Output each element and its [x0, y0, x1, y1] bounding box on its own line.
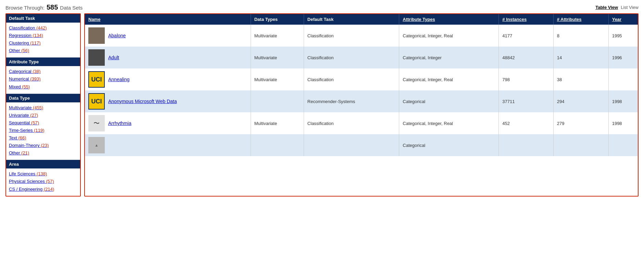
cell-attribute_types: Categorical [399, 90, 499, 112]
datasets-table: NameData TypesDefault TaskAttribute Type… [85, 14, 638, 156]
dataset-name-cell: 〜Arrhythmia [85, 112, 251, 134]
sidebar-item[interactable]: Clustering (117) [9, 39, 77, 47]
dataset-name-cell: Adult [85, 47, 251, 68]
cell-year: 1998 [608, 90, 638, 112]
cell-default_task: Classification [304, 68, 399, 90]
cell-year [608, 134, 638, 156]
dataset-count: 585 [47, 3, 58, 11]
table-row: UCIAnnealingMultivariateClassificationCa… [85, 68, 638, 90]
cell-num_attributes: 38 [553, 68, 608, 90]
sidebar-count: (21) [21, 150, 29, 155]
cell-num_instances: 452 [499, 112, 553, 134]
dataset-link[interactable]: Annealing [108, 77, 129, 82]
cell-data_types: Multivariate [251, 68, 304, 90]
sidebar-count: (214) [44, 187, 54, 192]
cell-data_types: Multivariate [251, 47, 304, 68]
cell-num_attributes: 14 [553, 47, 608, 68]
browse-label: Browse Through: [5, 5, 45, 11]
sidebar-count: (27) [30, 113, 38, 118]
col-link-num_instances[interactable]: # Instances [502, 17, 527, 22]
cell-num_instances: 798 [499, 68, 553, 90]
view-toggle: Table View List View [595, 5, 639, 10]
col-link-year[interactable]: Year [612, 17, 621, 22]
main-layout: Default TaskClassification (442)Regressi… [0, 13, 644, 197]
dataset-link[interactable]: Arrhythmia [108, 121, 131, 126]
sidebar-count: (442) [36, 25, 47, 30]
sidebar-item[interactable]: Other (21) [9, 149, 77, 157]
sidebar-section-header: Data Type [6, 94, 80, 102]
sidebar-item[interactable]: Life Sciences (138) [9, 170, 77, 178]
sidebar-item[interactable]: Physical Sciences (57) [9, 178, 77, 185]
table-row: 〜ArrhythmiaMultivariateClassificationCat… [85, 112, 638, 134]
uci-badge: UCI [88, 71, 105, 88]
sidebar-count: (393) [30, 76, 40, 81]
col-header-num_instances[interactable]: # Instances [499, 14, 553, 25]
sidebar-section-body: Categorical (38)Numerical (393)Mixed (55… [6, 66, 80, 93]
sidebar-item[interactable]: Classification (442) [9, 24, 77, 32]
sidebar-item[interactable]: Text (66) [9, 134, 77, 142]
dataset-thumbnail: ▲ [88, 137, 105, 153]
sidebar-section-body: Multivariate (455)Univariate (27)Sequent… [6, 102, 80, 160]
col-header-num_attributes[interactable]: # Attributes [553, 14, 608, 25]
col-header-name[interactable]: Name [85, 14, 251, 25]
dataset-name-cell: UCIAnonymous Microsoft Web Data [85, 90, 251, 112]
sidebar-count: (134) [33, 33, 43, 38]
cell-num_attributes: 8 [553, 25, 608, 47]
cell-year: 1995 [608, 25, 638, 47]
sidebar-item[interactable]: Time-Series (119) [9, 127, 77, 134]
sidebar-item[interactable]: Numerical (393) [9, 75, 77, 83]
sidebar-count: (66) [18, 135, 26, 140]
cell-data_types [251, 90, 304, 112]
cell-data_types [251, 134, 304, 156]
cell-num_instances: 37711 [499, 90, 553, 112]
dataset-link[interactable]: Abalone [108, 33, 126, 38]
cell-year [608, 68, 638, 90]
dataset-thumbnail [88, 49, 105, 66]
col-header-data_types: Data Types [251, 14, 304, 25]
cell-attribute_types: Categorical, Integer, Real [399, 112, 499, 134]
cell-num_attributes [553, 134, 608, 156]
sidebar-item[interactable]: Domain-Theory (23) [9, 142, 77, 149]
table-row: ▲Categorical [85, 134, 638, 156]
sidebar-count: (455) [33, 105, 43, 110]
table-area: NameData TypesDefault TaskAttribute Type… [84, 13, 639, 197]
cell-attribute_types: Categorical, Integer [399, 47, 499, 68]
dataset-link[interactable]: Anonymous Microsoft Web Data [108, 99, 177, 104]
table-view-link[interactable]: Table View [595, 5, 618, 10]
table-row: AbaloneMultivariateClassificationCategor… [85, 25, 638, 47]
sidebar-item[interactable]: Multivariate (455) [9, 104, 77, 112]
browse-header: Browse Through: 585 Data Sets [5, 3, 83, 11]
sidebar-item[interactable]: Other (56) [9, 47, 77, 54]
sidebar-item[interactable]: Categorical (38) [9, 68, 77, 75]
sidebar-section-header: Default Task [6, 14, 80, 23]
sidebar-section-header: Area [6, 160, 80, 168]
dataset-thumbnail: 〜 [88, 115, 105, 131]
dataset-name-cell: UCIAnnealing [85, 68, 251, 90]
dataset-link[interactable]: Adult [108, 55, 119, 60]
col-link-name[interactable]: Name [88, 17, 100, 22]
cell-data_types: Multivariate [251, 112, 304, 134]
page-header: Browse Through: 585 Data Sets Table View… [0, 0, 644, 13]
sidebar-item[interactable]: CS / Engineering (214) [9, 186, 77, 193]
sidebar-item[interactable]: Univariate (27) [9, 112, 77, 119]
cell-num_attributes: 294 [553, 90, 608, 112]
dataset-label: Data Sets [60, 5, 83, 11]
dataset-name-cell: ▲ [85, 134, 251, 156]
col-header-year[interactable]: Year [608, 14, 638, 25]
col-link-attribute_types[interactable]: Attribute Types [403, 17, 435, 22]
cell-year: 1998 [608, 112, 638, 134]
col-link-num_attributes[interactable]: # Attributes [557, 17, 582, 22]
list-view-link[interactable]: List View [621, 5, 639, 10]
uci-badge: UCI [88, 93, 105, 110]
dataset-name-cell: Abalone [85, 25, 251, 47]
table-row: AdultMultivariateClassificationCategoric… [85, 47, 638, 68]
sidebar: Default TaskClassification (442)Regressi… [5, 13, 81, 197]
col-header-default_task: Default Task [304, 14, 399, 25]
cell-data_types: Multivariate [251, 25, 304, 47]
sidebar-item[interactable]: Regression (134) [9, 32, 77, 39]
col-header-attribute_types[interactable]: Attribute Types [399, 14, 499, 25]
table-row: UCIAnonymous Microsoft Web DataRecommend… [85, 90, 638, 112]
cell-attribute_types: Categorical [399, 134, 499, 156]
sidebar-item[interactable]: Mixed (55) [9, 83, 77, 91]
sidebar-item[interactable]: Sequential (57) [9, 119, 77, 127]
